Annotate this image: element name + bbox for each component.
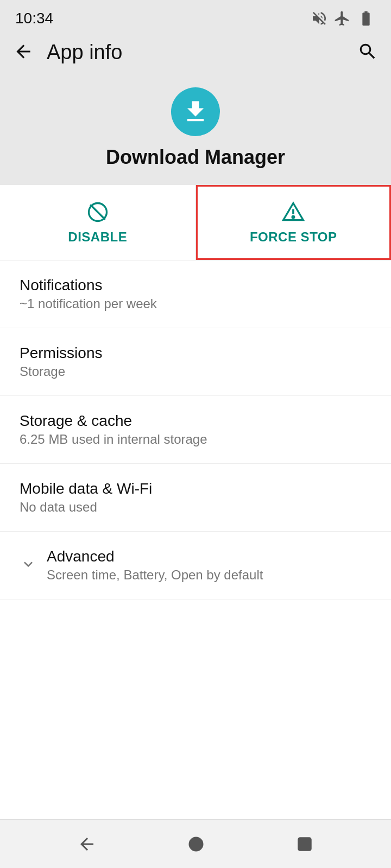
mute-icon <box>311 10 328 27</box>
advanced-title: Advanced <box>47 548 371 565</box>
chevron-down-icon <box>20 556 37 575</box>
actions-row: DISABLE FORCE STOP <box>0 185 391 260</box>
permissions-item[interactable]: Permissions Storage <box>0 328 391 396</box>
force-stop-button[interactable]: FORCE STOP <box>196 185 392 260</box>
storage-item[interactable]: Storage & cache 6.25 MB used in internal… <box>0 396 391 464</box>
permissions-title: Permissions <box>20 344 371 362</box>
mobile-data-content: Mobile data & Wi-Fi No data used <box>20 480 371 515</box>
disable-label: DISABLE <box>68 229 127 245</box>
svg-line-1 <box>90 205 105 220</box>
storage-subtitle: 6.25 MB used in internal storage <box>20 432 371 447</box>
notifications-content: Notifications ~1 notification per week <box>20 277 371 311</box>
nav-back-button[interactable] <box>72 829 102 859</box>
nav-home-button[interactable] <box>181 829 211 859</box>
permissions-subtitle: Storage <box>20 364 371 379</box>
nav-recents-icon <box>295 835 314 853</box>
advanced-content: Advanced Screen time, Battery, Open by d… <box>47 548 371 583</box>
status-icons <box>311 10 376 27</box>
settings-list: Notifications ~1 notification per week P… <box>0 260 391 819</box>
status-bar: 10:34 <box>0 0 391 33</box>
airplane-icon <box>333 10 351 27</box>
nav-recents-button[interactable] <box>290 829 319 859</box>
storage-content: Storage & cache 6.25 MB used in internal… <box>20 412 371 447</box>
disable-icon <box>86 200 110 224</box>
notifications-title: Notifications <box>20 277 371 294</box>
app-name: Download Manager <box>106 146 285 169</box>
nav-home-icon <box>186 834 206 854</box>
app-icon <box>171 87 220 136</box>
force-stop-icon <box>281 200 305 224</box>
notifications-subtitle: ~1 notification per week <box>20 296 371 311</box>
svg-point-4 <box>292 216 294 218</box>
force-stop-label: FORCE STOP <box>250 229 337 245</box>
storage-title: Storage & cache <box>20 412 371 430</box>
notifications-item[interactable]: Notifications ~1 notification per week <box>0 260 391 328</box>
permissions-content: Permissions Storage <box>20 344 371 379</box>
top-bar: App info <box>0 33 391 76</box>
disable-button[interactable]: DISABLE <box>0 185 195 260</box>
svg-rect-6 <box>298 838 311 850</box>
bottom-nav <box>0 819 391 868</box>
advanced-item[interactable]: Advanced Screen time, Battery, Open by d… <box>0 532 391 599</box>
mobile-data-title: Mobile data & Wi-Fi <box>20 480 371 497</box>
battery-icon <box>356 10 376 27</box>
back-button[interactable] <box>11 39 36 66</box>
nav-back-icon <box>77 834 97 854</box>
status-time: 10:34 <box>15 10 53 27</box>
advanced-subtitle: Screen time, Battery, Open by default <box>47 567 371 583</box>
search-button[interactable] <box>355 39 380 66</box>
page-title: App info <box>47 41 122 64</box>
svg-point-5 <box>190 838 203 851</box>
app-header: Download Manager <box>0 76 391 185</box>
mobile-data-subtitle: No data used <box>20 500 371 515</box>
mobile-data-item[interactable]: Mobile data & Wi-Fi No data used <box>0 464 391 532</box>
